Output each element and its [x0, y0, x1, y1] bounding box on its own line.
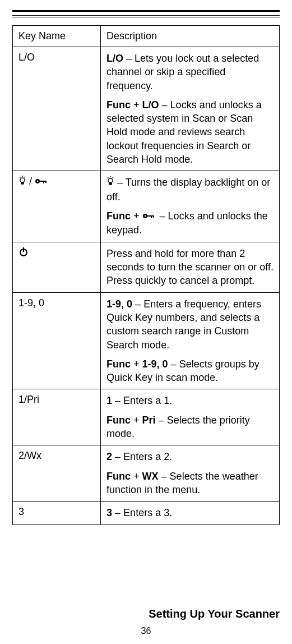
- desc-cell: 3 – Enters a 3.: [101, 502, 280, 525]
- table-row: L/O L/O – Lets you lock out a selected c…: [13, 47, 280, 171]
- key-cell: /: [13, 171, 101, 242]
- svg-line-11: [113, 177, 114, 178]
- key-cell: 1-9, 0: [13, 292, 101, 389]
- bulb-icon: [106, 176, 114, 190]
- section-title: Setting Up Your Scanner: [149, 608, 280, 620]
- desc-cell: Press and hold for more than 2 seconds t…: [101, 242, 280, 292]
- svg-rect-6: [39, 181, 46, 182]
- slash-text: /: [26, 176, 35, 187]
- key-cell: 2/Wx: [13, 445, 101, 502]
- svg-point-12: [108, 178, 113, 183]
- key-cell: 3: [13, 502, 101, 525]
- svg-line-2: [25, 177, 26, 178]
- table-header-row: Key Name Description: [13, 26, 280, 47]
- desc-cell: 1 – Enters a 1. Func + Pri – Selects the…: [101, 389, 280, 445]
- svg-rect-16: [151, 215, 152, 218]
- desc-cell: L/O – Lets you lock out a selected chann…: [101, 47, 280, 171]
- svg-line-1: [20, 177, 21, 178]
- desc-cell: 1-9, 0 – Enters a frequency, enters Quic…: [101, 292, 280, 389]
- table-row: 2/Wx 2 – Enters a 2. Func + WX – Selects…: [13, 445, 280, 502]
- key-cell: [13, 242, 101, 292]
- keylock-icon: [142, 210, 157, 223]
- svg-point-14: [144, 215, 146, 217]
- desc-cell: – Turns the display backlight on or off.…: [101, 171, 280, 242]
- top-rule: [12, 10, 280, 12]
- svg-rect-8: [45, 181, 47, 183]
- key-table: Key Name Description L/O L/O – Lets you …: [12, 25, 280, 525]
- double-rule: [12, 15, 280, 17]
- table-row: Press and hold for more than 2 seconds t…: [13, 242, 280, 292]
- bulb-icon: [18, 176, 26, 188]
- table-row: 1-9, 0 1-9, 0 – Enters a frequency, ente…: [13, 292, 280, 389]
- page-number: 36: [0, 626, 292, 636]
- svg-point-5: [37, 181, 39, 182]
- table-row: 3 3 – Enters a 3.: [13, 502, 280, 525]
- table-row: 1/Pri 1 – Enters a 1. Func + Pri – Selec…: [13, 389, 280, 445]
- svg-rect-15: [147, 215, 154, 217]
- svg-point-3: [20, 178, 25, 182]
- svg-rect-7: [43, 181, 44, 183]
- header-key: Key Name: [13, 26, 101, 47]
- svg-line-10: [108, 177, 109, 178]
- svg-rect-17: [153, 215, 154, 218]
- table-row: / – Turns the display backlight on or of…: [13, 171, 280, 242]
- power-icon: [18, 247, 29, 260]
- header-desc: Description: [101, 26, 280, 47]
- key-cell: L/O: [13, 47, 101, 171]
- desc-cell: 2 – Enters a 2. Func + WX – Selects the …: [101, 445, 280, 502]
- keylock-icon: [35, 176, 49, 188]
- key-cell: 1/Pri: [13, 389, 101, 445]
